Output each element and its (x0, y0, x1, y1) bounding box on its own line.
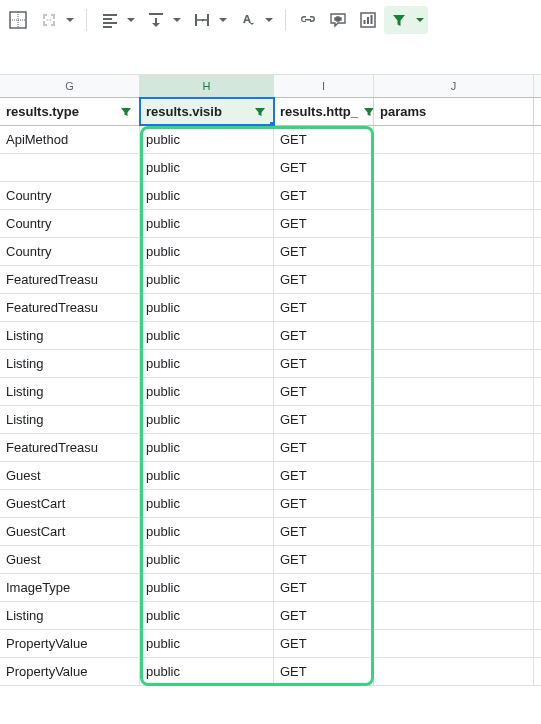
cell[interactable]: FeaturedTreasu (0, 434, 140, 461)
cell[interactable]: GET (274, 546, 374, 573)
cell[interactable]: GET (274, 154, 374, 181)
cell[interactable] (0, 154, 140, 181)
cell[interactable] (374, 546, 534, 573)
cell[interactable]: GET (274, 434, 374, 461)
cell[interactable] (374, 602, 534, 629)
cell[interactable]: public (140, 210, 274, 237)
cell[interactable]: GuestCart (0, 490, 140, 517)
cell[interactable]: GET (274, 406, 374, 433)
cell[interactable]: public (140, 406, 274, 433)
cell[interactable]: GET (274, 350, 374, 377)
cell[interactable]: GET (274, 518, 374, 545)
cell[interactable] (374, 266, 534, 293)
cell[interactable] (374, 406, 534, 433)
cell[interactable] (374, 434, 534, 461)
cell[interactable]: public (140, 182, 274, 209)
horizontal-align-button[interactable] (95, 6, 139, 34)
cell[interactable]: GET (274, 294, 374, 321)
cell[interactable]: Guest (0, 546, 140, 573)
cell[interactable]: Listing (0, 602, 140, 629)
cell[interactable] (374, 518, 534, 545)
cell[interactable]: GET (274, 126, 374, 153)
filter-icon[interactable] (253, 105, 267, 119)
cell[interactable]: PropertyValue (0, 630, 140, 657)
cell[interactable]: public (140, 434, 274, 461)
cell[interactable]: GuestCart (0, 518, 140, 545)
merge-cells-button[interactable] (34, 6, 78, 34)
cell[interactable] (374, 658, 534, 685)
header-cell-results-type[interactable]: results.type (0, 98, 140, 125)
cell[interactable]: public (140, 238, 274, 265)
borders-button[interactable] (4, 6, 32, 34)
cell[interactable]: Listing (0, 378, 140, 405)
cell[interactable] (374, 294, 534, 321)
cell[interactable]: ApiMethod (0, 126, 140, 153)
cell[interactable]: public (140, 630, 274, 657)
cell[interactable] (374, 154, 534, 181)
insert-comment-button[interactable] (324, 6, 352, 34)
cell[interactable]: GET (274, 238, 374, 265)
cell[interactable]: public (140, 658, 274, 685)
cell[interactable] (374, 210, 534, 237)
cell[interactable]: PropertyValue (0, 658, 140, 685)
text-rotation-button[interactable] (233, 6, 277, 34)
cell[interactable]: public (140, 490, 274, 517)
cell[interactable]: public (140, 378, 274, 405)
cell[interactable]: public (140, 518, 274, 545)
cell[interactable]: GET (274, 378, 374, 405)
insert-link-button[interactable] (294, 6, 322, 34)
cell[interactable]: public (140, 350, 274, 377)
cell[interactable] (374, 322, 534, 349)
column-label-H[interactable]: H (140, 75, 274, 97)
cell[interactable]: GET (274, 322, 374, 349)
cell[interactable]: public (140, 462, 274, 489)
filter-icon[interactable] (119, 105, 133, 119)
cell[interactable]: GET (274, 182, 374, 209)
cell[interactable]: GET (274, 602, 374, 629)
cell[interactable]: public (140, 322, 274, 349)
cell[interactable]: Listing (0, 350, 140, 377)
cell[interactable]: Country (0, 238, 140, 265)
cell[interactable]: ImageType (0, 574, 140, 601)
cell[interactable]: public (140, 294, 274, 321)
cell[interactable]: GET (274, 658, 374, 685)
cell[interactable] (374, 574, 534, 601)
column-label-G[interactable]: G (0, 75, 140, 97)
cell[interactable]: public (140, 154, 274, 181)
cell[interactable]: GET (274, 574, 374, 601)
cell[interactable]: Country (0, 210, 140, 237)
column-label-I[interactable]: I (274, 75, 374, 97)
cell[interactable] (374, 182, 534, 209)
cell[interactable]: FeaturedTreasu (0, 266, 140, 293)
filter-button[interactable] (384, 6, 428, 34)
text-wrapping-button[interactable] (187, 6, 231, 34)
cell[interactable]: GET (274, 630, 374, 657)
cell[interactable]: GET (274, 462, 374, 489)
cell[interactable] (374, 126, 534, 153)
cell[interactable]: GET (274, 490, 374, 517)
header-cell-results-visibility[interactable]: results.visib (140, 98, 274, 125)
cell[interactable] (374, 630, 534, 657)
filter-icon[interactable] (362, 105, 374, 119)
cell[interactable] (374, 378, 534, 405)
cell[interactable]: public (140, 602, 274, 629)
cell[interactable]: Listing (0, 406, 140, 433)
cell[interactable]: FeaturedTreasu (0, 294, 140, 321)
cell[interactable] (374, 238, 534, 265)
vertical-align-button[interactable] (141, 6, 185, 34)
insert-chart-button[interactable] (354, 6, 382, 34)
cell[interactable]: Listing (0, 322, 140, 349)
cell[interactable] (374, 350, 534, 377)
column-label-J[interactable]: J (374, 75, 534, 97)
cell[interactable]: public (140, 126, 274, 153)
header-cell-params[interactable]: params (374, 98, 534, 125)
cell[interactable] (374, 490, 534, 517)
cell[interactable]: Country (0, 182, 140, 209)
header-cell-results-http[interactable]: results.http_ (274, 98, 374, 125)
cell[interactable]: public (140, 574, 274, 601)
cell[interactable]: Guest (0, 462, 140, 489)
cell[interactable]: public (140, 266, 274, 293)
cell[interactable]: GET (274, 210, 374, 237)
cell[interactable]: public (140, 546, 274, 573)
cell[interactable]: GET (274, 266, 374, 293)
